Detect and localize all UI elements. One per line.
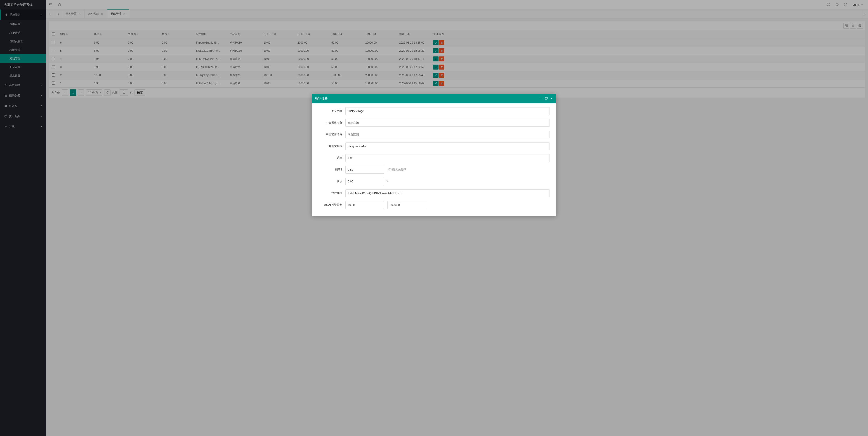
input-addr[interactable] — [345, 190, 550, 197]
edit-modal: 编辑任务 — ✕ 英文名称 中文简体名称 中文繁体名称 越南文名称 — [312, 94, 556, 215]
input-usdt-max[interactable] — [388, 201, 426, 209]
maximize-icon — [545, 97, 548, 100]
modal-overlay: 编辑任务 — ✕ 英文名称 中文简体名称 中文繁体名称 越南文名称 — [0, 0, 868, 436]
close-button[interactable]: ✕ — [550, 97, 553, 100]
input-en-name[interactable] — [345, 107, 550, 115]
input-zh-cn[interactable] — [345, 119, 550, 127]
label-rate: 赔率 — [318, 154, 345, 160]
input-rate1[interactable] — [345, 166, 384, 174]
svg-rect-13 — [545, 98, 547, 99]
label-zh-tw: 中文繁体名称 — [318, 131, 345, 136]
hint-rake-unit: % — [386, 178, 389, 183]
minimize-button[interactable]: — — [539, 97, 542, 100]
input-rake[interactable] — [345, 178, 384, 186]
label-addr: 投注地址 — [318, 190, 345, 195]
label-usdt: USDT投资限制 — [318, 201, 345, 207]
input-rate[interactable] — [345, 154, 550, 162]
modal-header: 编辑任务 — ✕ — [312, 94, 556, 103]
label-zh-cn: 中文简体名称 — [318, 119, 345, 125]
label-vi: 越南文名称 — [318, 142, 345, 148]
hint-rate1: 押和赢时的赔率 — [388, 166, 406, 172]
input-vi[interactable] — [345, 142, 550, 150]
label-en-name: 英文名称 — [318, 107, 345, 113]
label-rate1: 赔率1 — [318, 166, 345, 171]
modal-body: 英文名称 中文简体名称 中文繁体名称 越南文名称 赔率 赔率1 — [312, 103, 556, 215]
label-rake: 抽水 — [318, 178, 345, 183]
input-usdt-min[interactable] — [345, 201, 384, 209]
maximize-button[interactable] — [545, 97, 548, 100]
input-zh-tw[interactable] — [345, 131, 550, 138]
modal-title: 编辑任务 — [315, 96, 328, 100]
